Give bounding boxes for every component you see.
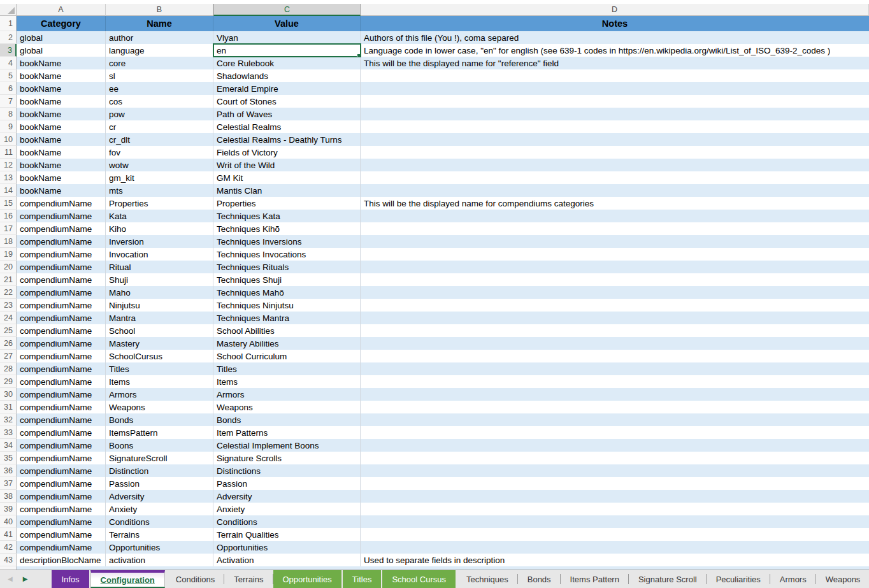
cell-category[interactable]: bookName: [17, 57, 106, 69]
cell-category[interactable]: bookName: [17, 95, 106, 108]
cell-name[interactable]: Titles: [106, 362, 213, 375]
cell-category[interactable]: compendiumName: [17, 286, 106, 299]
row-header-15[interactable]: 15: [0, 197, 17, 210]
cell-notes[interactable]: [361, 312, 869, 324]
row-header-34[interactable]: 34: [0, 439, 17, 452]
row-header-38[interactable]: 38: [0, 490, 17, 503]
sheet-tab-armors[interactable]: Armors: [770, 570, 816, 588]
cell-name[interactable]: core: [106, 57, 213, 69]
cell-notes[interactable]: [361, 82, 869, 95]
cell-notes[interactable]: [361, 120, 869, 133]
row-header-5[interactable]: 5: [0, 69, 17, 82]
cell-notes[interactable]: [361, 324, 869, 337]
cell-category[interactable]: bookName: [17, 146, 106, 159]
cell-notes[interactable]: [361, 528, 869, 541]
cell-value[interactable]: Court of Stones: [213, 95, 361, 108]
cell-notes[interactable]: [361, 413, 869, 426]
row-header-28[interactable]: 28: [0, 362, 17, 375]
cell-value[interactable]: Item Patterns: [213, 426, 361, 439]
column-header-c[interactable]: C: [213, 4, 361, 16]
column-header-a[interactable]: A: [17, 4, 106, 16]
cell-value[interactable]: Titles: [213, 362, 361, 375]
sheet-tab-signature-scroll[interactable]: Signature Scroll: [629, 570, 707, 588]
cell-notes[interactable]: [361, 299, 869, 312]
cell-category[interactable]: compendiumName: [17, 210, 106, 222]
cell-notes[interactable]: [361, 503, 869, 515]
cell-notes[interactable]: [361, 388, 869, 401]
row-header-8[interactable]: 8: [0, 108, 17, 120]
cell-name[interactable]: cr: [106, 120, 213, 133]
cell-category[interactable]: bookName: [17, 159, 106, 171]
cell-notes[interactable]: [361, 184, 869, 197]
cell-notes[interactable]: [361, 133, 869, 146]
cell-category[interactable]: bookName: [17, 82, 106, 95]
sheet-tab-school-cursus[interactable]: School Cursus: [382, 570, 456, 588]
row-header-33[interactable]: 33: [0, 426, 17, 439]
cell-name[interactable]: School: [106, 324, 213, 337]
cell-notes[interactable]: [361, 95, 869, 108]
row-header-22[interactable]: 22: [0, 286, 17, 299]
row-header-29[interactable]: 29: [0, 375, 17, 388]
select-all-corner[interactable]: [0, 4, 17, 16]
cell-name[interactable]: Mantra: [106, 312, 213, 324]
cell-notes[interactable]: [361, 375, 869, 388]
cell-name[interactable]: Ritual: [106, 261, 213, 273]
row-header-13[interactable]: 13: [0, 171, 17, 184]
row-header-31[interactable]: 31: [0, 401, 17, 413]
cell-category[interactable]: compendiumName: [17, 503, 106, 515]
row-header-30[interactable]: 30: [0, 388, 17, 401]
cell-category[interactable]: global: [17, 44, 106, 57]
cell-notes[interactable]: [361, 248, 869, 261]
cell-category[interactable]: compendiumName: [17, 299, 106, 312]
sheet-tab-bonds[interactable]: Bonds: [518, 570, 561, 588]
row-header-6[interactable]: 6: [0, 82, 17, 95]
selected-cell[interactable]: en: [213, 44, 361, 57]
cell-category[interactable]: compendiumName: [17, 426, 106, 439]
cell-name[interactable]: Maho: [106, 286, 213, 299]
cell-notes[interactable]: [361, 69, 869, 82]
row-header-35[interactable]: 35: [0, 452, 17, 464]
cell-value[interactable]: Terrain Qualities: [213, 528, 361, 541]
cell-value[interactable]: Distinctions: [213, 464, 361, 477]
cell-value[interactable]: Weapons: [213, 401, 361, 413]
cell-name[interactable]: Kiho: [106, 222, 213, 235]
cell-notes[interactable]: [361, 261, 869, 273]
cell-category[interactable]: compendiumName: [17, 273, 106, 286]
cell-notes[interactable]: [361, 401, 869, 413]
cell-category[interactable]: bookName: [17, 108, 106, 120]
row-header-43[interactable]: 43: [0, 554, 17, 566]
cell-name[interactable]: Mastery: [106, 337, 213, 350]
sheet-tab-titles[interactable]: Titles: [343, 570, 382, 588]
row-header-14[interactable]: 14: [0, 184, 17, 197]
cell-notes[interactable]: [361, 490, 869, 503]
row-header-12[interactable]: 12: [0, 159, 17, 171]
row-header-3[interactable]: 3: [0, 44, 17, 57]
cell-value[interactable]: Techniques Kihõ: [213, 222, 361, 235]
row-header-18[interactable]: 18: [0, 235, 17, 248]
cell-name[interactable]: cos: [106, 95, 213, 108]
cell-name[interactable]: Boons: [106, 439, 213, 452]
sheet-tab-items-pattern[interactable]: Items Pattern: [561, 570, 629, 588]
row-header-40[interactable]: 40: [0, 515, 17, 528]
row-header-20[interactable]: 20: [0, 261, 17, 273]
cell-name[interactable]: Terrains: [106, 528, 213, 541]
row-header-16[interactable]: 16: [0, 210, 17, 222]
cell-name[interactable]: Kata: [106, 210, 213, 222]
cell-category[interactable]: compendiumName: [17, 197, 106, 210]
cell-value[interactable]: Armors: [213, 388, 361, 401]
cell-notes[interactable]: [361, 286, 869, 299]
cell-value[interactable]: Mastery Abilities: [213, 337, 361, 350]
cell-category[interactable]: compendiumName: [17, 324, 106, 337]
cell-value[interactable]: School Abilities: [213, 324, 361, 337]
cell-notes[interactable]: [361, 108, 869, 120]
cell-name[interactable]: Adversity: [106, 490, 213, 503]
cell-name[interactable]: Properties: [106, 197, 213, 210]
cell-category[interactable]: compendiumName: [17, 541, 106, 554]
row-header-7[interactable]: 7: [0, 95, 17, 108]
row-header-21[interactable]: 21: [0, 273, 17, 286]
cell-name[interactable]: Shuji: [106, 273, 213, 286]
cell-notes[interactable]: [361, 452, 869, 464]
cell-value[interactable]: Emerald Empire: [213, 82, 361, 95]
cell-value[interactable]: Techniques Mahõ: [213, 286, 361, 299]
cell-category[interactable]: compendiumName: [17, 464, 106, 477]
